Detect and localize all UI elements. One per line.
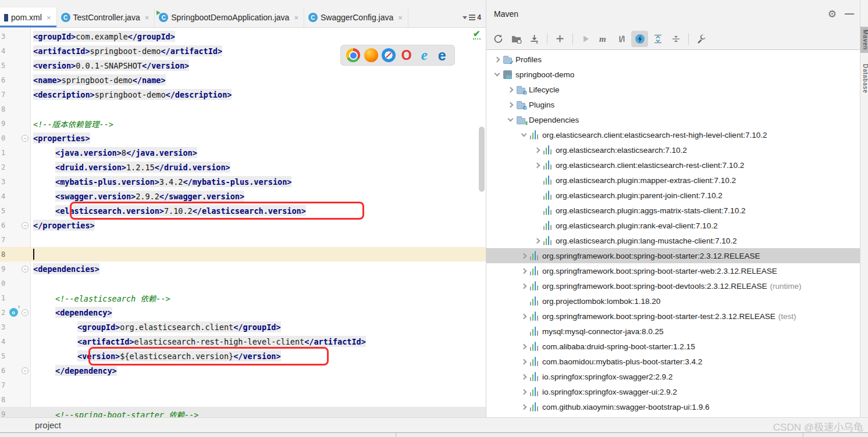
close-icon[interactable]: ×	[47, 13, 51, 22]
maven-tree-row[interactable]: org.elasticsearch.plugin:lang-mustache-c…	[486, 233, 860, 248]
maven-tree-row[interactable]: org.elasticsearch.plugin:aggs-matrix-sta…	[486, 203, 860, 218]
code-line[interactable]: 7	[0, 232, 486, 247]
dependency-navigate-icon[interactable]: o	[9, 308, 18, 317]
gear-icon[interactable]: ⚙	[828, 8, 837, 20]
tab-SpringbootDemoApplication.java[interactable]: CSpringbootDemoApplication.java×	[155, 8, 304, 27]
editor-scrollbar-thumb[interactable]	[479, 127, 485, 192]
maven-tree-row[interactable]: org.elasticsearch.client:elasticsearch-r…	[486, 127, 860, 142]
minimize-icon[interactable]: —	[845, 11, 854, 17]
code-line[interactable]: 6−</properties>	[0, 218, 486, 232]
code-line[interactable]: 0	[0, 276, 486, 291]
code-line[interactable]: 1<java.version>8</java.version>	[0, 145, 486, 160]
code-line[interactable]: 2<druid.version>1.2.15</druid.version>	[0, 160, 486, 174]
code-line[interactable]: 7	[0, 378, 486, 392]
code-editor[interactable]: 3<groupId>com.example</groupId>4<artifac…	[0, 28, 486, 417]
maven-tree-row[interactable]: io.springfox:springfox-swagger-ui:2.9.2	[486, 384, 860, 399]
maven-tree-row[interactable]: com.alibaba:druid-spring-boot-starter:1.…	[486, 339, 860, 354]
generate-sources-button[interactable]	[508, 31, 525, 47]
code-line[interactable]: 3<groupId>org.elasticsearch.client</grou…	[0, 320, 486, 334]
code-line[interactable]: 3<mybatis-plus.version>3.4.2</mybatis-pl…	[0, 174, 486, 189]
code-line[interactable]: 4<swagger.version>2.9.2</swagger.version…	[0, 189, 486, 203]
fold-marker-icon[interactable]: −	[22, 367, 29, 374]
reload-all-maven-projects-button[interactable]	[490, 31, 507, 47]
code-line[interactable]: 4<artifactId>elasticsearch-rest-high-lev…	[0, 334, 486, 349]
code-line[interactable]: 3<groupId>com.example</groupId>	[0, 29, 486, 44]
maven-tree-row[interactable]: com.github.xiaoymin:swagger-bootstrap-ui…	[486, 399, 860, 414]
maven-tree-row[interactable]: org.springframework.boot:spring-boot-sta…	[486, 263, 860, 278]
chevron-right-icon[interactable]	[519, 345, 529, 349]
execute-maven-goal-button[interactable]: m	[595, 31, 612, 47]
chevron-down-icon[interactable]	[492, 73, 502, 76]
tab-SwaggerConfig.java[interactable]: CSwaggerConfig.java×	[304, 8, 408, 27]
tab-pom.xml[interactable]: pom.xml×	[0, 8, 57, 27]
run-maven-build-button[interactable]	[577, 31, 594, 47]
chevron-right-icon[interactable]	[519, 360, 529, 364]
code-line[interactable]: 0−<properties>	[0, 131, 486, 145]
maven-tree-row[interactable]: mysql:mysql-connector-java:8.0.25	[486, 324, 860, 339]
code-line[interactable]: 8	[0, 247, 486, 262]
skip-tests-toggle[interactable]	[613, 31, 630, 47]
download-sources-button[interactable]	[526, 31, 543, 47]
offline-mode-toggle[interactable]	[631, 31, 648, 47]
maven-tree-row[interactable]: org.elasticsearch:elasticsearch:7.10.2	[486, 142, 860, 157]
add-maven-projects-button[interactable]	[552, 31, 568, 47]
maven-tree-row[interactable]: org.springframework.boot:spring-boot-sta…	[486, 248, 860, 263]
chevron-right-icon[interactable]	[519, 314, 529, 318]
maven-tree-row[interactable]: org.elasticsearch.plugin:parent-join-cli…	[486, 188, 860, 203]
edge-icon[interactable]: e	[435, 48, 449, 62]
tool-stripe-button-maven[interactable]: Maven	[860, 27, 868, 53]
chevron-right-icon[interactable]	[506, 88, 515, 92]
tool-stripe-button-database[interactable]: Database	[860, 61, 868, 96]
close-icon[interactable]: ×	[145, 13, 150, 22]
maven-tree-row[interactable]: org.elasticsearch.plugin:mapper-extras-c…	[486, 173, 860, 188]
safari-icon[interactable]	[382, 48, 396, 62]
chevron-right-icon[interactable]	[532, 148, 542, 152]
close-icon[interactable]: ×	[294, 13, 298, 22]
chevron-right-icon[interactable]	[519, 390, 529, 394]
code-line[interactable]: 9−<dependencies>	[0, 262, 486, 276]
code-line[interactable]: 5<version>${elasticsearch.version}</vers…	[0, 349, 486, 363]
fold-marker-icon[interactable]: −	[22, 309, 29, 316]
maven-tree-row[interactable]: org.springframework.boot:spring-boot-dev…	[486, 278, 860, 293]
maven-tree-row[interactable]: org.springframework.boot:spring-boot-sta…	[486, 309, 860, 324]
firefox-icon[interactable]	[364, 48, 378, 62]
chevron-right-icon[interactable]	[519, 254, 529, 258]
maven-tree-row[interactable]: org.elasticsearch.client:elasticsearch-r…	[486, 157, 860, 173]
expand-all-button[interactable]	[649, 31, 666, 47]
maven-tree-row[interactable]: ▮Dependencies	[486, 112, 860, 127]
chevron-right-icon[interactable]	[519, 375, 529, 379]
code-line[interactable]: 5<elasticsearch.version>7.10.2</elastics…	[0, 203, 486, 218]
maven-tree-row[interactable]: org.elasticsearch.plugin:rank-eval-clien…	[486, 218, 860, 233]
chevron-right-icon[interactable]	[532, 239, 542, 243]
hidden-tabs-dropdown[interactable]: 4	[463, 13, 486, 27]
code-line[interactable]: 8	[0, 392, 486, 407]
maven-tree-row[interactable]: ⚙Lifecycle	[486, 82, 860, 97]
code-line[interactable]: 6−</dependency>	[0, 363, 486, 378]
code-line[interactable]: 9<!--spring-boot-starter 依赖-->	[0, 407, 486, 417]
code-line[interactable]: 1<!--elasticsearch 依赖-->	[0, 291, 486, 305]
maven-tree-row[interactable]: com.baomidou:mybatis-plus-boot-starter:3…	[486, 354, 860, 369]
chevron-right-icon[interactable]	[519, 405, 529, 409]
chevron-right-icon[interactable]	[492, 58, 502, 62]
close-icon[interactable]: ×	[398, 13, 403, 22]
maven-settings-button[interactable]	[693, 31, 710, 47]
maven-tree-row[interactable]: ✓Profiles	[486, 52, 860, 67]
maven-tree-row[interactable]: io.springfox:springfox-swagger2:2.9.2	[486, 369, 860, 384]
code-line[interactable]: 6<name>springboot-demo</name>	[0, 73, 486, 87]
maven-tree-row[interactable]: springboot-demo	[486, 67, 860, 82]
inspections-ok-icon[interactable]: ✔	[473, 28, 481, 40]
collapse-all-button[interactable]	[667, 31, 684, 47]
chevron-right-icon[interactable]	[519, 269, 529, 273]
maven-tree-row[interactable]: org.projectlombok:lombok:1.18.20	[486, 293, 860, 309]
code-line[interactable]: 8	[0, 102, 486, 116]
maven-tree-row[interactable]: ⚙Plugins	[486, 97, 860, 112]
fold-marker-icon[interactable]: −	[22, 135, 29, 142]
breadcrumb[interactable]: project	[35, 420, 61, 430]
chevron-right-icon[interactable]	[506, 103, 515, 107]
chevron-down-icon[interactable]	[519, 134, 529, 136]
fold-marker-icon[interactable]: −	[22, 266, 29, 273]
code-line[interactable]: 9<!--版本依赖管理-->	[0, 116, 486, 131]
tab-TestController.java[interactable]: CTestController.java×	[57, 8, 155, 27]
chevron-right-icon[interactable]	[519, 284, 529, 288]
fold-marker-icon[interactable]: −	[22, 222, 29, 229]
